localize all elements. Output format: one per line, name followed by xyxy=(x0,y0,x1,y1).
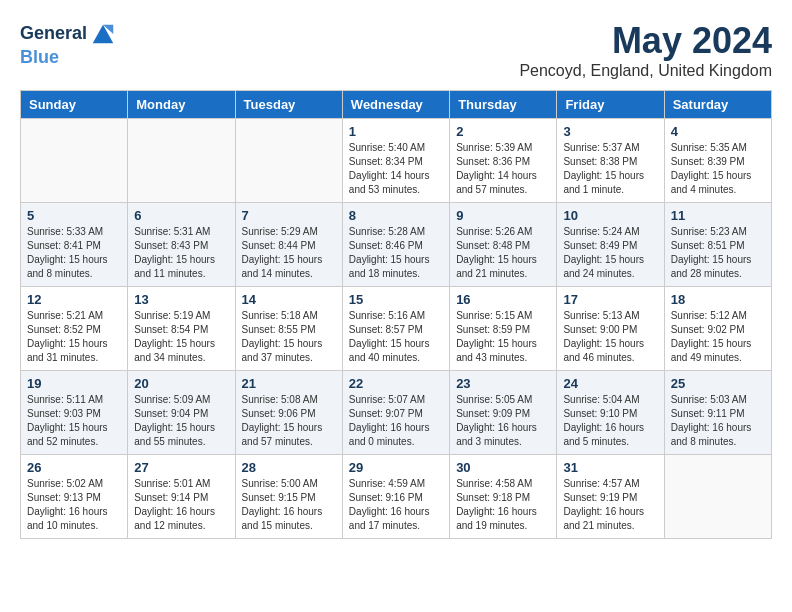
day-number: 9 xyxy=(456,208,550,223)
calendar-cell: 5Sunrise: 5:33 AMSunset: 8:41 PMDaylight… xyxy=(21,203,128,287)
day-info: Sunrise: 4:58 AMSunset: 9:18 PMDaylight:… xyxy=(456,477,550,533)
calendar-cell: 7Sunrise: 5:29 AMSunset: 8:44 PMDaylight… xyxy=(235,203,342,287)
day-number: 28 xyxy=(242,460,336,475)
calendar-header-friday: Friday xyxy=(557,91,664,119)
calendar-cell xyxy=(235,119,342,203)
calendar-cell: 22Sunrise: 5:07 AMSunset: 9:07 PMDayligh… xyxy=(342,371,449,455)
day-info: Sunrise: 5:33 AMSunset: 8:41 PMDaylight:… xyxy=(27,225,121,281)
day-info: Sunrise: 5:37 AMSunset: 8:38 PMDaylight:… xyxy=(563,141,657,197)
day-number: 7 xyxy=(242,208,336,223)
day-info: Sunrise: 4:57 AMSunset: 9:19 PMDaylight:… xyxy=(563,477,657,533)
day-info: Sunrise: 5:39 AMSunset: 8:36 PMDaylight:… xyxy=(456,141,550,197)
logo-icon xyxy=(89,20,117,48)
day-number: 13 xyxy=(134,292,228,307)
calendar-cell: 2Sunrise: 5:39 AMSunset: 8:36 PMDaylight… xyxy=(450,119,557,203)
calendar-header-tuesday: Tuesday xyxy=(235,91,342,119)
calendar-cell: 24Sunrise: 5:04 AMSunset: 9:10 PMDayligh… xyxy=(557,371,664,455)
calendar-cell: 28Sunrise: 5:00 AMSunset: 9:15 PMDayligh… xyxy=(235,455,342,539)
logo-blue: Blue xyxy=(20,47,59,67)
calendar-cell: 12Sunrise: 5:21 AMSunset: 8:52 PMDayligh… xyxy=(21,287,128,371)
day-info: Sunrise: 5:29 AMSunset: 8:44 PMDaylight:… xyxy=(242,225,336,281)
calendar-cell: 14Sunrise: 5:18 AMSunset: 8:55 PMDayligh… xyxy=(235,287,342,371)
day-number: 8 xyxy=(349,208,443,223)
day-number: 29 xyxy=(349,460,443,475)
calendar-header-sunday: Sunday xyxy=(21,91,128,119)
day-info: Sunrise: 5:21 AMSunset: 8:52 PMDaylight:… xyxy=(27,309,121,365)
day-info: Sunrise: 5:19 AMSunset: 8:54 PMDaylight:… xyxy=(134,309,228,365)
day-number: 16 xyxy=(456,292,550,307)
calendar-cell: 16Sunrise: 5:15 AMSunset: 8:59 PMDayligh… xyxy=(450,287,557,371)
day-info: Sunrise: 5:18 AMSunset: 8:55 PMDaylight:… xyxy=(242,309,336,365)
calendar-week-row: 1Sunrise: 5:40 AMSunset: 8:34 PMDaylight… xyxy=(21,119,772,203)
day-number: 14 xyxy=(242,292,336,307)
day-info: Sunrise: 5:11 AMSunset: 9:03 PMDaylight:… xyxy=(27,393,121,449)
calendar-cell: 23Sunrise: 5:05 AMSunset: 9:09 PMDayligh… xyxy=(450,371,557,455)
calendar-week-row: 12Sunrise: 5:21 AMSunset: 8:52 PMDayligh… xyxy=(21,287,772,371)
calendar-header-row: SundayMondayTuesdayWednesdayThursdayFrid… xyxy=(21,91,772,119)
day-number: 26 xyxy=(27,460,121,475)
calendar-cell: 9Sunrise: 5:26 AMSunset: 8:48 PMDaylight… xyxy=(450,203,557,287)
calendar-cell xyxy=(128,119,235,203)
calendar-cell: 30Sunrise: 4:58 AMSunset: 9:18 PMDayligh… xyxy=(450,455,557,539)
calendar-cell: 27Sunrise: 5:01 AMSunset: 9:14 PMDayligh… xyxy=(128,455,235,539)
calendar-header-saturday: Saturday xyxy=(664,91,771,119)
day-info: Sunrise: 5:16 AMSunset: 8:57 PMDaylight:… xyxy=(349,309,443,365)
month-title: May 2024 xyxy=(519,20,772,62)
day-number: 23 xyxy=(456,376,550,391)
logo-text: General Blue xyxy=(20,20,117,68)
day-info: Sunrise: 5:04 AMSunset: 9:10 PMDaylight:… xyxy=(563,393,657,449)
calendar-cell: 10Sunrise: 5:24 AMSunset: 8:49 PMDayligh… xyxy=(557,203,664,287)
day-number: 11 xyxy=(671,208,765,223)
day-number: 12 xyxy=(27,292,121,307)
day-info: Sunrise: 5:05 AMSunset: 9:09 PMDaylight:… xyxy=(456,393,550,449)
day-number: 19 xyxy=(27,376,121,391)
day-number: 24 xyxy=(563,376,657,391)
day-info: Sunrise: 5:15 AMSunset: 8:59 PMDaylight:… xyxy=(456,309,550,365)
day-number: 1 xyxy=(349,124,443,139)
calendar-header-wednesday: Wednesday xyxy=(342,91,449,119)
day-number: 3 xyxy=(563,124,657,139)
calendar-week-row: 19Sunrise: 5:11 AMSunset: 9:03 PMDayligh… xyxy=(21,371,772,455)
calendar-cell: 11Sunrise: 5:23 AMSunset: 8:51 PMDayligh… xyxy=(664,203,771,287)
day-info: Sunrise: 5:00 AMSunset: 9:15 PMDaylight:… xyxy=(242,477,336,533)
day-number: 2 xyxy=(456,124,550,139)
title-section: May 2024 Pencoyd, England, United Kingdo… xyxy=(519,20,772,80)
calendar-cell: 15Sunrise: 5:16 AMSunset: 8:57 PMDayligh… xyxy=(342,287,449,371)
location: Pencoyd, England, United Kingdom xyxy=(519,62,772,80)
calendar-cell: 8Sunrise: 5:28 AMSunset: 8:46 PMDaylight… xyxy=(342,203,449,287)
calendar-cell: 21Sunrise: 5:08 AMSunset: 9:06 PMDayligh… xyxy=(235,371,342,455)
day-number: 10 xyxy=(563,208,657,223)
day-number: 5 xyxy=(27,208,121,223)
calendar-cell: 25Sunrise: 5:03 AMSunset: 9:11 PMDayligh… xyxy=(664,371,771,455)
day-info: Sunrise: 5:07 AMSunset: 9:07 PMDaylight:… xyxy=(349,393,443,449)
day-info: Sunrise: 5:03 AMSunset: 9:11 PMDaylight:… xyxy=(671,393,765,449)
calendar-cell: 4Sunrise: 5:35 AMSunset: 8:39 PMDaylight… xyxy=(664,119,771,203)
day-number: 25 xyxy=(671,376,765,391)
logo: General Blue xyxy=(20,20,117,68)
day-info: Sunrise: 5:28 AMSunset: 8:46 PMDaylight:… xyxy=(349,225,443,281)
day-info: Sunrise: 5:02 AMSunset: 9:13 PMDaylight:… xyxy=(27,477,121,533)
calendar-cell: 1Sunrise: 5:40 AMSunset: 8:34 PMDaylight… xyxy=(342,119,449,203)
day-number: 4 xyxy=(671,124,765,139)
day-info: Sunrise: 5:08 AMSunset: 9:06 PMDaylight:… xyxy=(242,393,336,449)
calendar-header-monday: Monday xyxy=(128,91,235,119)
day-number: 15 xyxy=(349,292,443,307)
day-info: Sunrise: 4:59 AMSunset: 9:16 PMDaylight:… xyxy=(349,477,443,533)
calendar-cell: 3Sunrise: 5:37 AMSunset: 8:38 PMDaylight… xyxy=(557,119,664,203)
calendar-cell: 31Sunrise: 4:57 AMSunset: 9:19 PMDayligh… xyxy=(557,455,664,539)
day-number: 22 xyxy=(349,376,443,391)
day-info: Sunrise: 5:26 AMSunset: 8:48 PMDaylight:… xyxy=(456,225,550,281)
calendar-cell: 18Sunrise: 5:12 AMSunset: 9:02 PMDayligh… xyxy=(664,287,771,371)
day-number: 21 xyxy=(242,376,336,391)
day-number: 17 xyxy=(563,292,657,307)
calendar-cell: 19Sunrise: 5:11 AMSunset: 9:03 PMDayligh… xyxy=(21,371,128,455)
calendar-cell xyxy=(664,455,771,539)
day-number: 31 xyxy=(563,460,657,475)
day-info: Sunrise: 5:12 AMSunset: 9:02 PMDaylight:… xyxy=(671,309,765,365)
calendar-cell xyxy=(21,119,128,203)
calendar-cell: 26Sunrise: 5:02 AMSunset: 9:13 PMDayligh… xyxy=(21,455,128,539)
day-number: 30 xyxy=(456,460,550,475)
day-info: Sunrise: 5:09 AMSunset: 9:04 PMDaylight:… xyxy=(134,393,228,449)
calendar-header-thursday: Thursday xyxy=(450,91,557,119)
day-number: 20 xyxy=(134,376,228,391)
